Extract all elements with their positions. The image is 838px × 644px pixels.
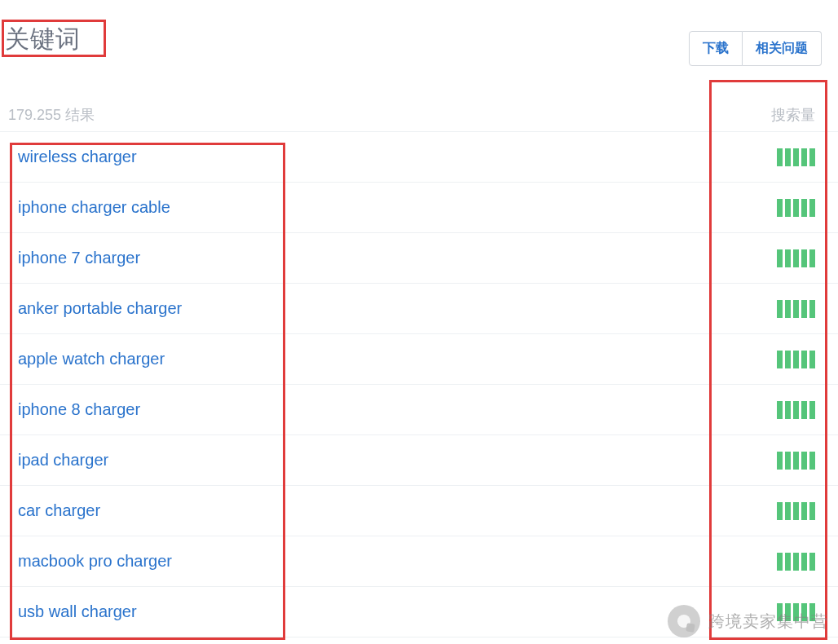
volume-bar: [801, 249, 807, 267]
table-row: iphone 7 charger: [0, 233, 838, 284]
volume-bar: [785, 249, 791, 267]
volume-bars: [777, 452, 815, 470]
related-questions-button[interactable]: 相关问题: [743, 31, 822, 66]
volume-bars: [777, 553, 815, 571]
volume-bar: [777, 249, 783, 267]
volume-bar: [801, 553, 807, 571]
volume-bar: [801, 401, 807, 419]
keyword-link[interactable]: iphone charger cable: [18, 198, 170, 217]
table-row: macbook pro charger: [0, 536, 838, 587]
volume-bars: [777, 351, 815, 368]
keyword-link[interactable]: wireless charger: [18, 148, 137, 166]
volume-bars: [777, 148, 815, 166]
volume-bar: [777, 553, 783, 571]
page-title: 关键词: [5, 23, 81, 55]
keyword-link[interactable]: anker portable charger: [18, 299, 182, 318]
volume-bar: [777, 502, 783, 520]
volume-bar: [793, 502, 799, 520]
table-row: iphone charger cable: [0, 183, 838, 233]
download-button[interactable]: 下载: [689, 31, 743, 66]
result-number: 179.255: [8, 107, 61, 123]
volume-bar: [809, 502, 815, 520]
table-row: wireless charger: [0, 132, 838, 183]
volume-bar: [793, 452, 799, 470]
volume-bar: [801, 351, 807, 368]
volume-bars: [777, 401, 815, 419]
column-header-volume: 搜索量: [771, 105, 815, 125]
volume-bar: [809, 452, 815, 470]
volume-bar: [785, 502, 791, 520]
volume-bar: [809, 249, 815, 267]
volume-bars: [777, 199, 815, 217]
volume-bar: [793, 199, 799, 217]
table-row: ipad charger: [0, 435, 838, 486]
volume-bar: [777, 401, 783, 419]
volume-bar: [809, 199, 815, 217]
wechat-icon: [668, 605, 700, 637]
volume-bar: [801, 148, 807, 166]
volume-bar: [777, 351, 783, 368]
volume-bar: [793, 249, 799, 267]
volume-bar: [785, 300, 791, 318]
watermark-text: 跨境卖家集中营: [708, 611, 828, 633]
button-group: 下载 相关问题: [689, 31, 822, 66]
volume-bars: [777, 502, 815, 520]
keyword-link[interactable]: apple watch charger: [18, 350, 165, 368]
volume-bar: [809, 401, 815, 419]
volume-bar: [801, 452, 807, 470]
volume-bars: [777, 249, 815, 267]
volume-bar: [793, 300, 799, 318]
volume-bar: [785, 199, 791, 217]
volume-bar: [801, 502, 807, 520]
volume-bar: [777, 148, 783, 166]
volume-bar: [785, 553, 791, 571]
keyword-link[interactable]: car charger: [18, 501, 100, 520]
keyword-link[interactable]: iphone 8 charger: [18, 400, 140, 419]
volume-bars: [777, 300, 815, 318]
volume-bar: [793, 553, 799, 571]
keyword-link[interactable]: macbook pro charger: [18, 552, 172, 571]
volume-bar: [809, 351, 815, 368]
volume-bar: [793, 148, 799, 166]
result-suffix: 结果: [65, 107, 95, 123]
result-count: 179.255 结果: [8, 105, 95, 125]
volume-bar: [785, 148, 791, 166]
volume-bar: [809, 553, 815, 571]
volume-bar: [785, 351, 791, 368]
volume-bar: [801, 199, 807, 217]
volume-bar: [793, 401, 799, 419]
volume-bar: [777, 199, 783, 217]
watermark: 跨境卖家集中营: [668, 605, 828, 637]
volume-bar: [793, 351, 799, 368]
volume-bar: [777, 300, 783, 318]
keyword-link[interactable]: iphone 7 charger: [18, 249, 140, 267]
volume-bar: [777, 452, 783, 470]
table-row: anker portable charger: [0, 284, 838, 334]
keyword-link[interactable]: usb wall charger: [18, 602, 137, 621]
table-row: car charger: [0, 486, 838, 536]
table-row: iphone 8 charger: [0, 385, 838, 435]
table-row: apple watch charger: [0, 334, 838, 385]
volume-bar: [785, 401, 791, 419]
keyword-table: wireless chargeriphone charger cableipho…: [0, 131, 838, 637]
keyword-link[interactable]: ipad charger: [18, 451, 108, 470]
volume-bar: [809, 148, 815, 166]
volume-bar: [801, 300, 807, 318]
volume-bar: [809, 300, 815, 318]
volume-bar: [785, 452, 791, 470]
